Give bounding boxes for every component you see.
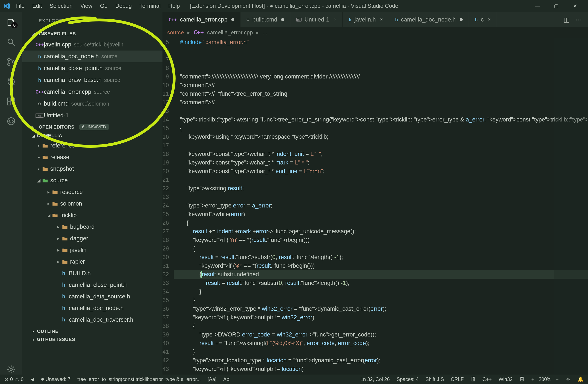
vscode-logo [3,2,10,9]
tree-file[interactable]: hcamellia_doc_traverser.h [22,314,163,325]
close-icon[interactable]: × [488,17,491,22]
unsaved-file-row[interactable]: C++camellia_error.cppsource [22,86,163,98]
tree-folder[interactable]: ▸javelin [22,244,163,256]
window-title: [Extension Development Host] - ● camelli… [190,2,398,9]
svg-point-2 [8,63,10,65]
close-icon[interactable]: × [380,17,383,22]
cmd-icon: ⚙ [247,17,249,22]
code-editor[interactable]: 5678910111213141516171819202122232425262… [163,38,588,375]
status-case[interactable]: [Aa] [208,377,216,382]
editor-tab[interactable]: hjavelin.h× [343,12,389,27]
tree-folder[interactable]: ▸bugbeard [22,221,163,233]
editor-tab[interactable]: M↓Untitled-1× [290,12,343,27]
unsaved-files-list: C++javelin.cppsource\tricklib\javelinhca… [22,38,163,122]
split-editor-icon[interactable]: ◫ [564,16,569,23]
tree-file[interactable]: hBUILD.h [22,267,163,279]
status-feedback[interactable]: ☺ [566,377,571,382]
close-icon[interactable]: × [334,17,336,22]
tree-folder[interactable]: ▸resource [22,186,163,198]
status-spaces[interactable]: Spaces: 4 [397,377,419,382]
more-actions-icon[interactable]: ⋯ [576,16,582,23]
editor-tab[interactable]: hcamellia_doc_node.h [389,12,469,27]
github-issues-section[interactable]: ▸GITHUB ISSUES [22,335,163,343]
tree-folder[interactable]: ▸release [22,151,163,163]
unsaved-file-row[interactable]: ⚙build.cmdsource\solomon [22,98,163,110]
status-symbol[interactable]: tree_error_to_string(const tricklib::err… [77,377,201,382]
editor-tab[interactable]: ⚙build.cmd [240,12,290,27]
tree-folder[interactable]: ▸reference [22,140,163,151]
tree-file[interactable]: hcamellia_close_point.h [22,279,163,291]
editor-tab[interactable]: hc× [469,12,497,27]
menu-go[interactable]: Go [100,2,108,9]
status-errors[interactable]: ⊘0⚠0 [4,377,24,382]
extensions-icon[interactable] [6,96,16,107]
status-eol[interactable]: CRLF [451,377,464,382]
maximize-button[interactable]: ▢ [552,2,561,10]
menu-help[interactable]: Help [168,2,180,9]
tree-folder[interactable]: ▸snapshot [22,163,163,175]
explorer-icon[interactable]: 6 [6,17,16,27]
modified-dot [460,18,463,21]
status-platform[interactable]: Win32 [499,377,513,382]
status-bell[interactable]: 🔔 [577,377,584,382]
status-lang[interactable]: C++ [483,377,492,382]
unsaved-file-row[interactable]: M↓Untitled-1 [22,110,163,122]
titlebar: File Edit Selection View Go Debug Termin… [0,0,588,12]
menu-view[interactable]: View [80,2,92,9]
status-zoom[interactable]: + 200% − [531,377,559,382]
line-gutter: 5678910111213141516171819202122232425262… [163,38,174,375]
svg-rect-5 [8,98,11,101]
close-button[interactable]: ✕ [571,2,579,10]
tree-folder[interactable]: ▸dagger [22,233,163,244]
status-position[interactable]: Ln 32, Col 26 [360,377,390,382]
menubar: File Edit Selection View Go Debug Termin… [16,2,180,9]
svg-point-1 [8,59,10,61]
svg-rect-6 [12,98,15,101]
breadcrumb[interactable]: source ▸ C++ camellia_error.cpp ▸ ... [163,27,588,38]
code-content[interactable]: #include "camellia_error.h" "comment">//… [174,38,588,375]
remote-icon[interactable] [6,116,16,127]
minimap[interactable] [554,38,588,375]
settings-icon[interactable] [6,364,16,375]
unsaved-files-section[interactable]: ◢UNSAVED FILES [22,30,163,38]
menu-terminal[interactable]: Terminal [140,2,161,9]
md-icon: M↓ [296,18,301,22]
explorer-title: EXPLORER [22,12,163,30]
tree-file[interactable]: hcamellia_doc_node.h [22,302,163,314]
minimize-button[interactable]: — [533,2,542,10]
cpp-icon: C++ [35,42,44,47]
status-unsaved[interactable]: Unsaved: 7 [41,377,70,382]
statusbar: ⊘0⚠0 ◀ Unsaved: 7 tree_error_to_string(c… [0,375,588,384]
tree-file[interactable]: hcamellia_data_source.h [22,291,163,302]
status-db[interactable]: 🗄 [471,377,476,382]
unsaved-file-row[interactable]: hcamellia_close_point.hsource [22,62,163,74]
menu-edit[interactable]: Edit [32,2,42,9]
status-db2[interactable]: 🗄 [520,377,525,382]
open-editors-section[interactable]: ▸ OPEN EDITORS 6 UNSAVED [22,122,163,132]
menu-selection[interactable]: Selection [50,2,73,9]
editor-tab[interactable]: C++camellia_error.cpp [163,12,240,27]
folder-source[interactable]: ◢ source [22,175,163,186]
svg-point-9 [10,368,12,371]
h-icon: h [35,54,44,59]
folder-tricklib[interactable]: ◢ tricklib [22,209,163,221]
status-ab[interactable]: Ab| [223,377,231,382]
workspace-section[interactable]: ◢CAMELLIA [22,132,163,140]
status-back[interactable]: ◀ [31,377,34,382]
modified-dot [231,18,234,21]
source-control-icon[interactable] [6,57,16,67]
unsaved-badge: 6 [11,22,18,28]
tree-folder[interactable]: ▸rapier [22,256,163,267]
editor-tabs: C++camellia_error.cpp⚙build.cmdM↓Untitle… [163,12,588,27]
outline-section[interactable]: ▸OUTLINE [22,327,163,335]
unsaved-file-row[interactable]: hcamellia_draw_base.hsource [22,74,163,86]
menu-file[interactable]: File [16,2,24,9]
menu-debug[interactable]: Debug [115,2,132,9]
unsaved-file-row[interactable]: C++javelin.cppsource\tricklib\javelin [22,39,163,50]
unsaved-file-row[interactable]: hcamellia_doc_node.hsource [22,50,163,62]
h-icon: h [395,17,398,22]
tree-folder[interactable]: ▸solomon [22,198,163,209]
debug-icon[interactable] [6,77,16,87]
search-icon[interactable] [6,37,16,47]
status-encoding[interactable]: Shift JIS [425,377,444,382]
